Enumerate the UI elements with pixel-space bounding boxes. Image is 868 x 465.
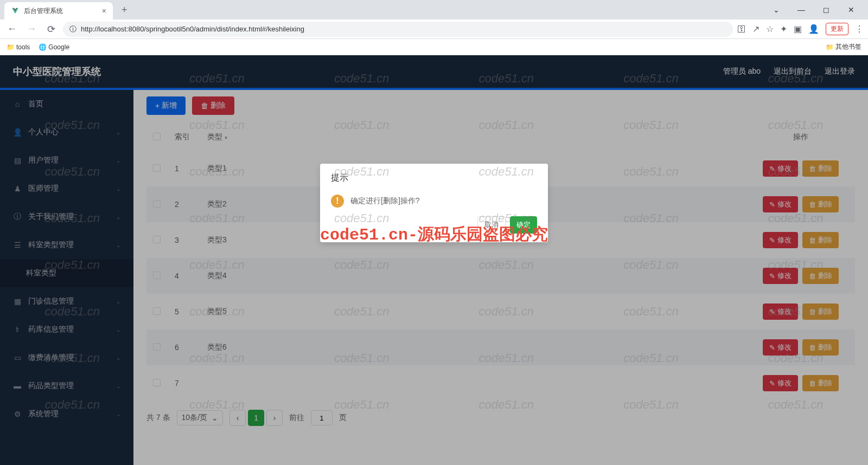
modal-overlay[interactable]: 提示 ! 确定进行[删除]操作? 取消 确定 (0, 55, 868, 465)
globe-icon: 🌐 (39, 43, 46, 51)
maximize-button[interactable]: ◻ (818, 5, 834, 14)
bookmark-other[interactable]: 📁 其他书签 (826, 42, 861, 51)
app-container: 中小型医院管理系统 管理员 abo 退出到前台 退出登录 ⌂首页👤个人中心⌄▤用… (0, 55, 868, 465)
folder-icon: 📁 (7, 43, 14, 51)
address-bar: ← → ⟳ ⓘ http://localhost:8080/springboot… (0, 20, 868, 39)
modal-message: 确定进行[删除]操作? (350, 196, 420, 206)
share-icon[interactable]: ↗ (752, 24, 760, 34)
url-bar[interactable]: ⓘ http://localhost:8080/springbootil5n0/… (63, 22, 733, 37)
bookmark-tools[interactable]: 📁 tools (7, 43, 30, 51)
url-text: http://localhost:8080/springbootil5n0/ad… (81, 25, 726, 33)
minimize-button[interactable]: — (793, 5, 809, 14)
back-button[interactable]: ← (4, 22, 20, 37)
info-icon: ⓘ (69, 24, 76, 34)
menu-icon[interactable]: ⋮ (855, 24, 864, 34)
tab-bar: 后台管理系统 × + ⌄ — ◻ ✕ (0, 0, 868, 20)
panel-icon[interactable]: ▣ (794, 24, 802, 34)
browser-chrome: 后台管理系统 × + ⌄ — ◻ ✕ ← → ⟳ ⓘ http://localh… (0, 0, 868, 55)
star-icon[interactable]: ☆ (766, 24, 774, 34)
vue-icon (11, 7, 20, 15)
chevron-down-icon[interactable]: ⌄ (768, 5, 784, 14)
key-icon[interactable]: ⚿ (737, 24, 746, 34)
profile-icon[interactable]: 👤 (808, 24, 819, 34)
tab-title: 后台管理系统 (24, 7, 98, 16)
bookmarks-bar: 📁 tools 🌐 Google 📁 其他书签 (0, 39, 868, 55)
extension-icon[interactable]: ✦ (780, 24, 787, 34)
bookmark-google[interactable]: 🌐 Google (39, 43, 69, 51)
new-tab-button[interactable]: + (117, 4, 132, 16)
watermark-center: code51.cn-源码乐园盗图必究 (320, 223, 548, 246)
reload-button[interactable]: ⟳ (43, 22, 59, 37)
tab-close-icon[interactable]: × (102, 7, 106, 15)
modal-title: 提示 (331, 172, 348, 184)
update-button[interactable]: 更新 (826, 23, 848, 35)
forward-button[interactable]: → (24, 22, 39, 37)
folder-icon: 📁 (826, 43, 833, 51)
close-window-button[interactable]: ✕ (843, 5, 859, 14)
window-controls: ⌄ — ◻ ✕ (768, 5, 864, 14)
browser-tab[interactable]: 后台管理系统 × (4, 2, 113, 20)
warning-icon: ! (331, 195, 344, 208)
